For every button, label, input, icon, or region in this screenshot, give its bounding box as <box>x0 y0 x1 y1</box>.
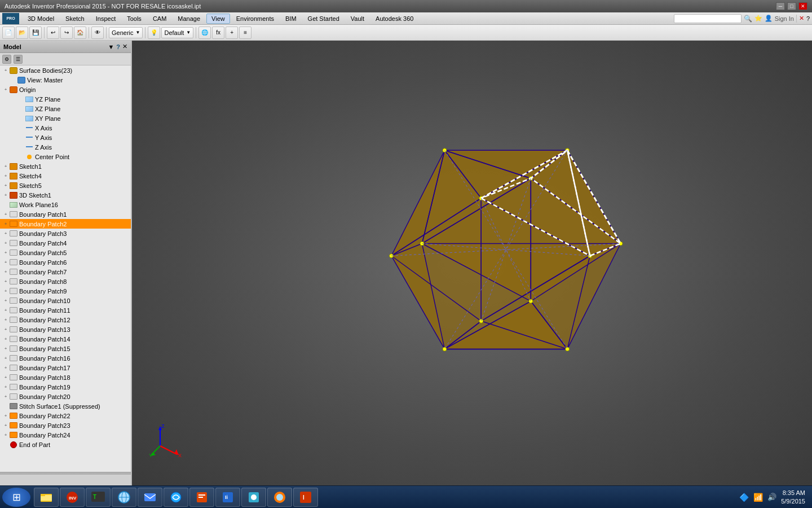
tree-expand-boundary-patch7[interactable]: + <box>2 269 9 275</box>
tree-item-boundary-patch5[interactable]: +Boundary Patch5 <box>0 248 131 257</box>
tb-view-button[interactable]: 👁 <box>91 27 104 39</box>
tree-item-workplane16[interactable]: Work Plane16 <box>0 200 131 209</box>
tree-expand-boundary-patch17[interactable]: + <box>2 365 9 371</box>
tree-item-boundary-patch14[interactable]: +Boundary Patch14 <box>0 334 131 344</box>
filter-icon[interactable]: ⚙ <box>2 55 11 64</box>
tree-expand-boundary-patch5[interactable]: + <box>2 249 9 256</box>
sound-icon[interactable]: 🔊 <box>767 493 776 501</box>
tb-pan-button[interactable]: + <box>226 27 238 39</box>
minimize-button[interactable]: ─ <box>776 2 785 10</box>
tree-item-x-axis[interactable]: X Axis <box>0 123 131 133</box>
taskbar-inventor-pro[interactable]: INV <box>60 488 85 507</box>
tree-expand-boundary-patch4[interactable]: + <box>2 240 9 247</box>
tb-more-button[interactable]: ≡ <box>239 27 251 39</box>
tree-expand-boundary-patch3[interactable]: + <box>2 230 9 237</box>
model-tree[interactable]: +Surface Bodies(23)View: Master+OriginYZ… <box>0 65 131 472</box>
search-icon[interactable]: 🔍 <box>744 15 752 23</box>
tree-item-yz-plane[interactable]: YZ Plane <box>0 94 131 104</box>
tree-expand-boundary-patch6[interactable]: + <box>2 259 9 266</box>
menu-tools[interactable]: Tools <box>122 14 147 24</box>
menu-autodesk-360[interactable]: Autodesk 360 <box>370 14 418 24</box>
tree-item-view-master[interactable]: View: Master <box>0 75 131 85</box>
taskbar-inventor-icon[interactable]: I <box>293 488 318 507</box>
tb-visual-dropdown[interactable]: Generic ▼ <box>109 27 143 38</box>
tree-item-center-point[interactable]: Center Point <box>0 152 131 161</box>
menu-bim[interactable]: BIM <box>280 14 302 24</box>
restore-button[interactable]: □ <box>787 2 796 10</box>
tree-item-stitch-surface1[interactable]: Stitch Surface1 (Suppressed) <box>0 401 131 411</box>
taskbar-firefox[interactable] <box>267 488 292 507</box>
panel-help-icon[interactable]: ? <box>116 43 120 50</box>
tree-expand-boundary-patch13[interactable]: + <box>2 326 9 333</box>
tree-item-boundary-patch18[interactable]: +Boundary Patch18 <box>0 373 131 382</box>
tree-item-sketch1[interactable]: +Sketch1 <box>0 161 131 171</box>
tree-item-boundary-patch6[interactable]: +Boundary Patch6 <box>0 257 131 267</box>
menu-view[interactable]: View <box>206 14 230 24</box>
tree-item-boundary-patch16[interactable]: +Boundary Patch16 <box>0 353 131 363</box>
tree-expand-surface-bodies[interactable]: + <box>2 67 9 74</box>
help-icon[interactable]: ⭐ <box>754 15 762 22</box>
panel-close-icon[interactable]: ✕ <box>122 43 127 50</box>
network-tray-icon[interactable]: 📶 <box>753 493 763 502</box>
tree-item-sketch5[interactable]: +Sketch5 <box>0 181 131 190</box>
search-box[interactable] <box>674 14 742 23</box>
tree-item-boundary-patch9[interactable]: +Boundary Patch9 <box>0 286 131 296</box>
close-button[interactable]: ✕ <box>798 2 807 10</box>
tb-lighting-dropdown[interactable]: Default ▼ <box>161 27 193 38</box>
taskbar-tool3[interactable] <box>241 488 266 507</box>
tree-expand-boundary-patch23[interactable]: + <box>2 422 9 429</box>
tree-item-boundary-patch23[interactable]: +Boundary Patch23 <box>0 421 131 430</box>
bluetooth-icon[interactable]: 🔷 <box>739 493 749 502</box>
tree-item-boundary-patch13[interactable]: +Boundary Patch13 <box>0 325 131 334</box>
tree-expand-boundary-patch12[interactable]: + <box>2 317 9 323</box>
taskbar-tool2[interactable]: Ii <box>215 488 240 507</box>
tb-new-button[interactable]: 📄 <box>2 27 15 39</box>
tree-item-boundary-patch22[interactable]: +Boundary Patch22 <box>0 411 131 421</box>
menu-environments[interactable]: Environments <box>231 14 279 24</box>
tree-expand-boundary-patch14[interactable]: + <box>2 336 9 343</box>
menu-sketch[interactable]: Sketch <box>60 14 90 24</box>
taskbar-browser1[interactable] <box>112 488 136 507</box>
tree-expand-boundary-patch19[interactable]: + <box>2 384 9 391</box>
tree-expand-boundary-patch20[interactable]: + <box>2 393 9 400</box>
menu-inspect[interactable]: Inspect <box>91 14 121 24</box>
tree-item-boundary-patch19[interactable]: +Boundary Patch19 <box>0 382 131 392</box>
tree-expand-sketch4[interactable]: + <box>2 173 9 179</box>
menu-vault[interactable]: Vault <box>346 14 369 24</box>
tree-expand-sketch1[interactable]: + <box>2 163 9 170</box>
viewport[interactable]: Z X Y <box>132 41 812 485</box>
tree-expand-boundary-patch10[interactable]: + <box>2 297 9 304</box>
start-button[interactable]: ⊞ <box>2 488 30 507</box>
tree-item-boundary-patch8[interactable]: +Boundary Patch8 <box>0 277 131 286</box>
tree-item-boundary-patch24[interactable]: +Boundary Patch24 <box>0 430 131 440</box>
tb-orbit-button[interactable]: 🌐 <box>198 27 211 39</box>
tree-expand-boundary-patch24[interactable]: + <box>2 432 9 439</box>
app-help-icon[interactable]: ? <box>806 15 810 22</box>
tree-item-boundary-patch15[interactable]: +Boundary Patch15 <box>0 344 131 353</box>
tree-expand-origin[interactable]: + <box>2 86 9 93</box>
tree-item-y-axis[interactable]: Y Axis <box>0 133 131 142</box>
tree-item-boundary-patch10[interactable]: +Boundary Patch10 <box>0 296 131 305</box>
tree-item-z-axis[interactable]: Z Axis <box>0 142 131 152</box>
taskbar-explorer[interactable] <box>34 488 59 507</box>
tree-item-origin[interactable]: +Origin <box>0 85 131 94</box>
tree-expand-sketch3d1[interactable]: + <box>2 192 9 199</box>
tree-item-boundary-patch7[interactable]: +Boundary Patch7 <box>0 267 131 277</box>
tree-expand-boundary-patch8[interactable]: + <box>2 278 9 285</box>
tree-expand-boundary-patch18[interactable]: + <box>2 374 9 381</box>
filter-view-icon[interactable]: ☰ <box>14 55 23 64</box>
panel-dropdown-arrow[interactable]: ▼ <box>108 43 114 50</box>
tree-expand-boundary-patch22[interactable]: + <box>2 413 9 419</box>
menu-get-started[interactable]: Get Started <box>303 14 345 24</box>
menu-cam[interactable]: CAM <box>148 14 171 24</box>
tree-item-sketch3d1[interactable]: +3D Sketch1 <box>0 190 131 200</box>
menu-3d-model[interactable]: 3D Model <box>23 14 59 24</box>
tree-item-boundary-patch4[interactable]: +Boundary Patch4 <box>0 238 131 248</box>
tree-expand-boundary-patch15[interactable]: + <box>2 345 9 352</box>
tree-item-xz-plane[interactable]: XZ Plane <box>0 104 131 113</box>
tree-expand-sketch5[interactable]: + <box>2 182 9 189</box>
tb-undo-button[interactable]: ↩ <box>47 27 59 39</box>
taskbar-network[interactable] <box>164 488 188 507</box>
tree-expand-boundary-patch9[interactable]: + <box>2 288 9 295</box>
taskbar-tool1[interactable] <box>189 488 214 507</box>
